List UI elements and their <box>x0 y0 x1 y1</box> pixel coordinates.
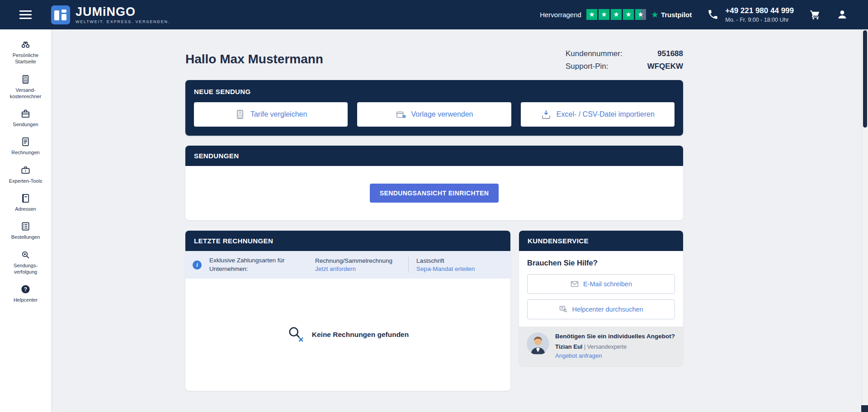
sidebar-item-label: Adressen <box>15 206 36 212</box>
phone-icon <box>707 9 719 20</box>
payment-info-banner: i Exklusive Zahlungsarten für Unternehme… <box>185 251 510 279</box>
shipments-card: SENDUNGEN SENDUNGSANSICHT EINRICHTEN <box>185 146 683 220</box>
payment-option-title: Rechnung/Sammelrechnung <box>315 257 392 264</box>
binoculars-icon <box>20 39 31 50</box>
helpcenter-search-icon <box>559 305 568 314</box>
expert-separator: | <box>584 344 587 350</box>
account-info: Kundennummer: 951688 Support-Pin: WFQEKW <box>566 49 683 71</box>
invoice-icon <box>20 137 31 147</box>
half-star-icon: ★ <box>635 9 646 20</box>
button-label: Helpcenter durchsuchen <box>572 306 643 313</box>
info-icon: i <box>193 260 202 270</box>
calculator-icon <box>235 109 245 120</box>
sidebar-item-label: Sendungen <box>13 121 38 128</box>
logo[interactable]: JUMiNGO WELTWEIT. EXPRESS. VERSENDEN. <box>51 5 170 24</box>
divider <box>408 257 409 273</box>
sidebar-item-helpcenter[interactable]: ? Helpcenter <box>0 279 51 308</box>
address-book-icon <box>20 193 31 204</box>
sepa-mandate-link[interactable]: Sepa-Mandat erteilen <box>416 265 475 272</box>
trustpilot-label: Trustpilot <box>661 11 692 19</box>
button-label: Tarife vergleichen <box>250 110 307 118</box>
payment-option-direct-debit: Lastschrift Sepa-Mandat erteilen <box>416 257 475 272</box>
search-not-found-icon <box>287 326 305 344</box>
customer-service-title: KUNDENSERVICE <box>519 231 683 251</box>
user-icon <box>836 9 848 20</box>
write-email-button[interactable]: E-Mail schreiben <box>527 274 675 294</box>
import-icon <box>541 109 552 120</box>
trust-rating-label: Hervorragend <box>540 11 581 19</box>
trustpilot-widget[interactable]: Hervorragend ★ ★ ★ ★ ★ ★ Trustpilot <box>540 9 692 20</box>
svg-text:?: ? <box>24 286 27 293</box>
sidebar-item-experten-tools[interactable]: Experten-Tools <box>0 161 51 189</box>
page-header: Hallo Max Mustermann Kundennummer: 95168… <box>185 52 683 71</box>
request-invoice-link[interactable]: Jetzt anfordern <box>315 265 392 272</box>
sidebar-item-bestellungen[interactable]: Bestellungen <box>0 217 51 245</box>
main-content: Hallo Max Mustermann Kundennummer: 95168… <box>185 29 683 391</box>
help-heading: Brauchen Sie Hilfe? <box>527 259 675 267</box>
star-icon: ★ <box>586 9 597 20</box>
expert-offer-section: Benötigen Sie ein individuelles Angebot?… <box>519 327 683 366</box>
sidebar-item-label: Helpcenter <box>14 297 38 303</box>
account-button[interactable] <box>836 9 848 20</box>
sidebar-item-label: Experten-Tools <box>9 178 42 184</box>
sidebar-item-startseite[interactable]: Persönliche Startseite <box>0 35 51 70</box>
expert-avatar <box>527 332 549 355</box>
scrollbar-thumb[interactable] <box>863 30 867 128</box>
star-icon: ★ <box>599 9 609 20</box>
contact-phone[interactable]: +49 221 980 44 999 Mo. - Fr. 9:00 - 18:0… <box>707 6 794 23</box>
search-helpcenter-button[interactable]: Helpcenter durchsuchen <box>527 299 675 319</box>
shipments-title: SENDUNGEN <box>185 146 683 166</box>
tools-icon <box>20 165 31 175</box>
sidebar-item-versandkostenrechner[interactable]: Versand- kostenrechner <box>0 70 51 104</box>
new-shipment-title: NEUE SENDUNG <box>194 88 675 95</box>
sidebar-item-rechnungen[interactable]: Rechnungen <box>0 132 51 160</box>
email-icon <box>570 279 579 289</box>
shipments-icon <box>20 109 31 119</box>
logo-icon <box>51 5 70 24</box>
customer-number-value: 951688 <box>647 49 683 58</box>
orders-icon <box>20 221 31 232</box>
vertical-scrollbar[interactable] <box>862 29 868 412</box>
calculator-icon <box>20 74 31 85</box>
invoices-title: LETZTE RECHNUNGEN <box>185 231 510 251</box>
expert-role: Versandexperte <box>587 344 627 350</box>
star-icon: ★ <box>623 9 634 20</box>
phone-number: +49 221 980 44 999 <box>725 6 794 15</box>
trustpilot-star-icon: ★ <box>651 9 659 20</box>
new-shipment-card: NEUE SENDUNG Tarife vergleichen Vorlage … <box>185 80 683 136</box>
offer-heading: Benötigen Sie ein individuelles Angebot? <box>555 332 675 341</box>
sidebar-item-adressen[interactable]: Adressen <box>0 189 51 217</box>
tracking-icon <box>20 250 31 260</box>
support-pin-value: WFQEKW <box>647 62 683 71</box>
star-icon: ★ <box>611 9 622 20</box>
payment-option-title: Lastschrift <box>416 257 475 264</box>
expert-name: Tizian Eul <box>555 343 582 350</box>
logo-title: JUMiNGO <box>75 6 170 18</box>
sidebar-item-sendungen[interactable]: Sendungen <box>0 104 51 132</box>
request-offer-link[interactable]: Angebot anfragen <box>555 352 602 359</box>
scroll-corner <box>861 405 868 412</box>
page-title: Hallo Max Mustermann <box>185 52 323 66</box>
compare-rates-button[interactable]: Tarife vergleichen <box>194 102 348 127</box>
import-csv-button[interactable]: Excel- / CSV-Datei importieren <box>521 102 675 127</box>
sidebar-item-label: Persönliche Startseite <box>13 52 38 65</box>
sidebar-item-label: Bestellungen <box>11 234 40 240</box>
topbar: JUMiNGO WELTWEIT. EXPRESS. VERSENDEN. He… <box>0 0 868 29</box>
cart-button[interactable] <box>809 9 821 20</box>
sidebar-item-label: Versand- kostenrechner <box>10 87 42 100</box>
sidebar-item-label: Sendungs- verfolgung <box>14 262 38 275</box>
button-label: Vorlage verwenden <box>411 110 473 118</box>
use-template-button[interactable]: Vorlage verwenden <box>357 102 511 127</box>
expert-info: Tizian Eul | Versandexperte <box>555 343 675 350</box>
cart-icon <box>809 9 821 20</box>
menu-button[interactable] <box>0 0 51 29</box>
sidebar-item-sendungsverfolgung[interactable]: Sendungs- verfolgung <box>0 245 51 280</box>
setup-shipment-view-button[interactable]: SENDUNGSANSICHT EINRICHTEN <box>370 184 499 203</box>
button-label: Excel- / CSV-Datei importieren <box>557 110 655 118</box>
payment-option-invoice: Rechnung/Sammelrechnung Jetzt anfordern <box>315 257 392 272</box>
opening-hours: Mo. - Fr. 9:00 - 18:00 Uhr <box>725 17 794 23</box>
button-label: E-Mail schreiben <box>583 280 632 288</box>
recent-invoices-card: LETZTE RECHNUNGEN i Exklusive Zahlungsar… <box>185 231 510 391</box>
help-icon: ? <box>20 284 31 294</box>
empty-message: Keine Rechnungen gefunden <box>312 331 409 339</box>
